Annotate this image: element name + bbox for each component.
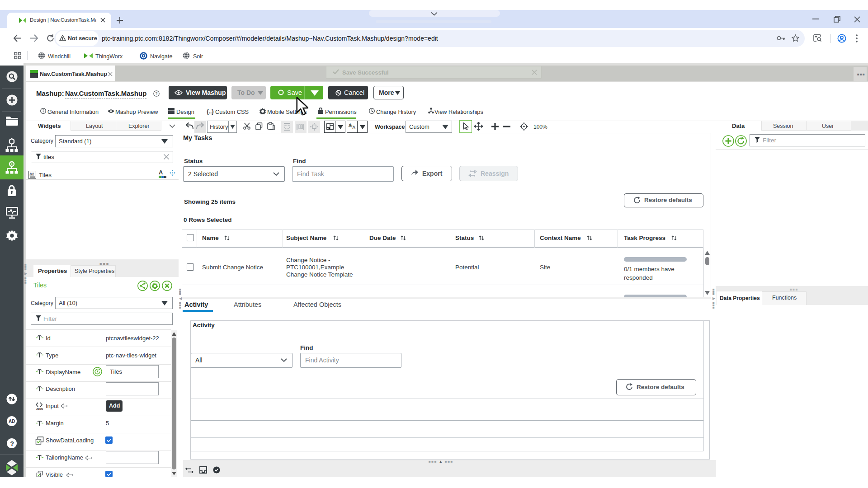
svg-text:?: ? [155,91,157,96]
svg-text:A#: A# [30,172,34,176]
svg-text:JSON: JSON [36,408,43,410]
